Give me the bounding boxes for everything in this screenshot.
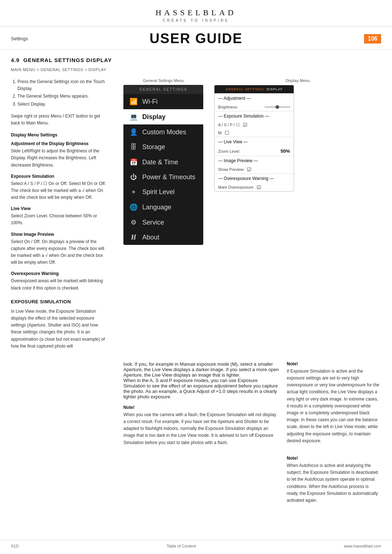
list-item: Select Display.	[17, 101, 109, 108]
footer-left: X1D	[11, 544, 19, 548]
aspo-checkbox[interactable]: ☑	[243, 122, 248, 128]
subsection-title-liveview: Live View	[11, 206, 109, 211]
storage-icon: 🗄	[129, 143, 138, 151]
wifi-icon: 📶	[129, 98, 138, 106]
slider-thumb	[275, 105, 279, 109]
adjustment-label: — Adjustment —	[218, 96, 251, 101]
exposure-simulation-body: In Live View mode, the Exposure Simulati…	[11, 308, 109, 350]
custom-modes-icon: 👤	[129, 128, 138, 136]
lower-middle: look. If you, for example in Manual expo…	[116, 361, 287, 510]
menu-item-label-power: Power & Timeouts	[142, 173, 195, 181]
menu-item-language[interactable]: 🌐 Language	[123, 200, 203, 215]
menu-item-spiritlevel[interactable]: ⌖ Spirit Level	[123, 185, 203, 200]
menu-item-custommodes[interactable]: 👤 Custom Modes	[123, 124, 203, 140]
aspo-label: A / S / P / ☐:	[218, 123, 241, 127]
zoom-label: Zoom Level:	[218, 149, 240, 153]
section-heading: GENERAL SETTINGS DISPLAY	[23, 57, 112, 63]
subsection-body-liveview: Select Zoom Level. Choose between 50% or…	[11, 213, 109, 226]
user-guide-title: USER GUIDE	[150, 31, 242, 46]
section-number: 4.9	[11, 57, 20, 63]
menu-item-datetime[interactable]: 📅 Date & Time	[123, 155, 203, 170]
subsection-body-overexposure: Overexposed areas will be marked with bl…	[11, 278, 109, 291]
display-menu-settings-title: Display Menu Settings	[11, 132, 109, 138]
menu-item-wifi[interactable]: 📶 Wi-Fi	[123, 94, 203, 109]
showpreview-label: Show Preview:	[218, 167, 245, 172]
image-preview-label: — Image Preview —	[218, 158, 258, 163]
menu-item-label-custommodes: Custom Modes	[142, 128, 186, 136]
menu-item-label-service: Service	[142, 219, 164, 226]
service-icon: ⚙	[129, 218, 138, 226]
subsection-title-adjustment: Adjustment of the Display Brightness	[11, 141, 109, 146]
menu-item-label-spiritlevel: Spirit Level	[142, 188, 175, 196]
display-header-white: DISPLAY	[266, 87, 282, 91]
checkbox-row-m: M: ☐	[215, 129, 294, 137]
note1-body: When you use the camera with a flash, th…	[123, 411, 279, 446]
lower-middle-para1: look. If you, for example in Manual expo…	[123, 361, 279, 399]
subsection-title-overexposure: Overexposure Warning	[11, 271, 109, 276]
zoom-value: 50%	[281, 148, 290, 154]
display-menu-mockup: GENERAL SETTINGS: DISPLAY — Adjustment —…	[214, 85, 294, 192]
right-column: Display Menu GENERAL SETTINGS: DISPLAY —…	[211, 78, 381, 192]
adjustment-section: — Adjustment —	[215, 93, 294, 103]
menu-item-label-language: Language	[142, 204, 171, 211]
m-label: M:	[218, 131, 222, 135]
checkbox-row-showpreview: Show Preview: ☑	[215, 165, 294, 173]
slider-track	[265, 107, 290, 107]
display-menu-header: GENERAL SETTINGS: DISPLAY	[215, 85, 294, 93]
showpreview-checkbox[interactable]: ☑	[247, 167, 252, 172]
exposure-sim-section: — Exposure Simulation —	[215, 111, 294, 121]
subsection-body-exposure: Select A / S / P / ☐ On or Off. Select M…	[11, 180, 109, 201]
page-header-bar: Settings USER GUIDE 106	[0, 26, 392, 50]
display-header-orange: GENERAL SETTINGS:	[225, 87, 265, 91]
language-icon: 🌐	[129, 203, 138, 211]
general-settings-menu-label: General Settings Menu	[120, 78, 207, 83]
brightness-label: Brightness:	[218, 105, 238, 109]
breadcrumb: MAIN MENU > GENERAL SETTINGS > DISPLAY	[11, 67, 381, 72]
lower-note2-body: When Autofocus is active and analysing t…	[287, 462, 381, 504]
display-menu-label: Display Menu	[214, 78, 381, 83]
menu-item-service[interactable]: ⚙ Service	[123, 215, 203, 230]
swipe-note: Swipe right or press Menu / EXIT button …	[11, 113, 109, 127]
lower-note2-title: Note!	[287, 456, 381, 461]
liveview-label: — Live View —	[218, 139, 248, 144]
main-content: 4.9 GENERAL SETTINGS DISPLAY MAIN MENU >…	[0, 50, 392, 521]
left-column: Press the General Settings icon on the T…	[11, 78, 116, 353]
brightness-slider[interactable]	[265, 107, 290, 107]
markoverexposure-label: Mark Overexposure:	[218, 185, 254, 189]
exposure-sim-label: — Exposure Simulation —	[218, 114, 269, 119]
menu-item-storage[interactable]: 🗄 Storage	[123, 140, 203, 155]
checkbox-row-markoverexposure: Mark Overexposure: ☑	[215, 183, 294, 191]
liveview-section: — Live View —	[215, 137, 294, 147]
three-column-layout: Press the General Settings icon on the T…	[11, 78, 381, 353]
menu-item-power[interactable]: ⏻ Power & Timeouts	[123, 170, 203, 185]
exposure-simulation-heading: EXPOSURE SIMULATION	[11, 299, 109, 304]
section-title: 4.9 GENERAL SETTINGS DISPLAY	[11, 57, 381, 63]
markoverexposure-checkbox[interactable]: ☑	[257, 184, 261, 190]
footer-right: www.hasselblad.com	[344, 544, 381, 548]
subsection-body-adjustment: Slide Left/Right to adjust the Brightnes…	[11, 148, 109, 169]
instruction-list: Press the General Settings icon on the T…	[11, 78, 109, 108]
brightness-row: Brightness:	[215, 103, 294, 111]
note1-title: Note!	[123, 405, 279, 410]
footer-center: Table of Content	[167, 544, 196, 548]
lower-left	[11, 361, 116, 510]
overexposure-section: — Overexposure Warning —	[215, 173, 294, 183]
menu-item-display[interactable]: 💻 Display	[123, 109, 203, 124]
spirit-level-icon: ⌖	[129, 188, 138, 196]
m-checkbox[interactable]: ☐	[225, 130, 229, 136]
list-item: The General Settings Menu appears.	[17, 93, 109, 100]
subsection-body-preview: Select On / Off. On displays a preview o…	[11, 238, 109, 266]
page-footer: X1D Table of Content www.hasselblad.com	[0, 540, 392, 548]
general-settings-menu-mockup: GENERAL SETTINGS 📶 Wi-Fi 💻 Display 👤 Cus…	[123, 85, 203, 245]
menu-item-label-datetime: Date & Time	[142, 159, 178, 166]
zoom-row: Zoom Level: 50%	[215, 147, 294, 156]
about-icon: H	[129, 234, 138, 241]
power-icon: ⏻	[129, 173, 138, 181]
menu-item-about[interactable]: H About	[123, 230, 203, 245]
checkbox-row-aspo: A / S / P / ☐: ☑	[215, 121, 294, 129]
page-number: 106	[364, 34, 381, 44]
menu-item-label-display: Display	[142, 113, 166, 121]
overexposure-label: — Overexposure Warning —	[218, 176, 274, 181]
lower-note1-body: If Exposure Simulation is active and the…	[287, 368, 381, 444]
display-icon: 💻	[129, 113, 138, 121]
